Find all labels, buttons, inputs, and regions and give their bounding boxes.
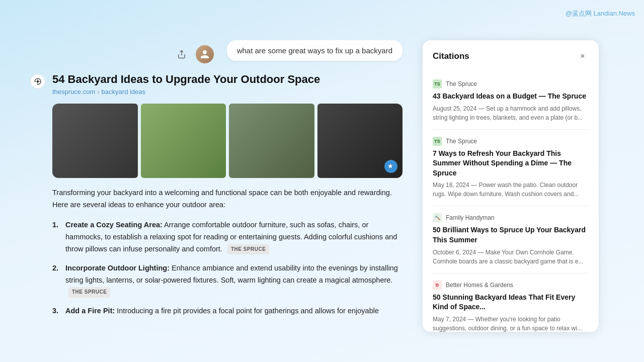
citation-source: B Better Homes & Gardens [433,281,589,290]
citations-title: Citations [433,51,469,61]
response-intro: Transforming your backyard into a welcom… [52,187,403,211]
backyard-image-2 [141,104,226,178]
source-name: Family Handyman [446,214,495,221]
source-favicon: TS [433,79,442,88]
list-number: 3. [52,305,58,317]
chat-area: what are some great ways to fix up a bac… [0,40,423,362]
response-list: 1. Create a Cozy Seating Area: Arrange c… [52,219,403,317]
citation-item[interactable]: 🔨 Family Handyman 50 Brilliant Ways to S… [433,206,589,273]
backyard-image-1 [52,104,138,178]
source-name: The Spruce [446,138,477,145]
citations-panel: Citations × TS The Spruce 43 Backyard Id… [423,40,599,332]
list-item: 3. Add a Fire Pit: Introducing a fire pi… [52,305,403,317]
citations-header: Citations × [433,50,589,62]
smart-result-icon [384,160,397,173]
citation-item[interactable]: TS The Spruce 7 Ways to Refresh Your Bac… [433,130,589,207]
ai-response: 54 Backyard Ideas to Upgrade Your Outdoo… [30,73,403,324]
source-separator: › [97,88,99,96]
close-citations-button[interactable]: × [577,50,589,62]
svg-point-2 [37,80,39,83]
user-message-container: what are some great ways to fix up a bac… [30,40,403,61]
citation-item[interactable]: TS The Spruce 43 Backyard Ideas on a Bud… [433,72,589,130]
source-badge: THE SPRUCE [68,287,110,298]
source-favicon: B [433,281,442,290]
source-badge: THE SPRUCE [227,244,269,255]
citation-title: 43 Backyard Ideas on a Budget — The Spru… [433,92,589,102]
source-path: backyard ideas [102,88,145,96]
response-content: 54 Backyard Ideas to Upgrade Your Outdoo… [52,73,403,324]
response-title: 54 Backyard Ideas to Upgrade Your Outdoo… [52,73,403,86]
list-item: 1. Create a Cozy Seating Area: Arrange c… [52,219,403,255]
list-text: Introducing a fire pit provides a focal … [117,307,379,315]
citation-item[interactable]: B Better Homes & Gardens 50 Stunning Bac… [433,274,589,332]
citation-snippet: October 6, 2024 — Make Your Own Cornhole… [433,248,589,266]
citation-snippet: May 18, 2024 — Power wash the patio. Cle… [433,180,589,199]
source-name: The Spruce [446,80,477,87]
list-heading: Create a Cozy Seating Area: [65,221,163,229]
citation-title: 50 Stunning Backyard Ideas That Fit Ever… [433,293,589,312]
list-number: 2. [52,262,58,275]
response-source[interactable]: thespruce.com › backyard ideas [52,88,403,96]
list-heading: Incorporate Outdoor Lighting: [65,264,170,272]
citation-snippet: May 7, 2024 — Whether you're looking for… [433,315,589,332]
ai-icon [30,74,45,89]
source-favicon: 🔨 [433,213,442,222]
backyard-image-3 [229,104,314,178]
list-item: 2. Incorporate Outdoor Lighting: Enhance… [52,262,403,299]
citation-source: 🔨 Family Handyman [433,213,589,222]
citation-title: 7 Ways to Refresh Your Backyard This Sum… [433,149,589,178]
source-favicon: TS [433,137,442,146]
watermark: @蓝点网 Landian.News [566,9,635,18]
citation-source: TS The Spruce [433,137,589,146]
list-number: 1. [52,219,58,231]
citation-snippet: August 25, 2024 — Set up a hammock and a… [433,104,589,122]
user-message: what are some great ways to fix up a bac… [227,40,403,61]
app-container: what are some great ways to fix up a bac… [0,0,644,362]
source-name: Better Homes & Gardens [446,282,513,289]
image-grid [52,104,403,178]
source-domain: thespruce.com [52,88,95,96]
citation-title: 50 Brilliant Ways to Spruce Up Your Back… [433,225,589,245]
list-heading: Add a Fire Pit: [65,307,115,315]
citation-source: TS The Spruce [433,79,589,88]
